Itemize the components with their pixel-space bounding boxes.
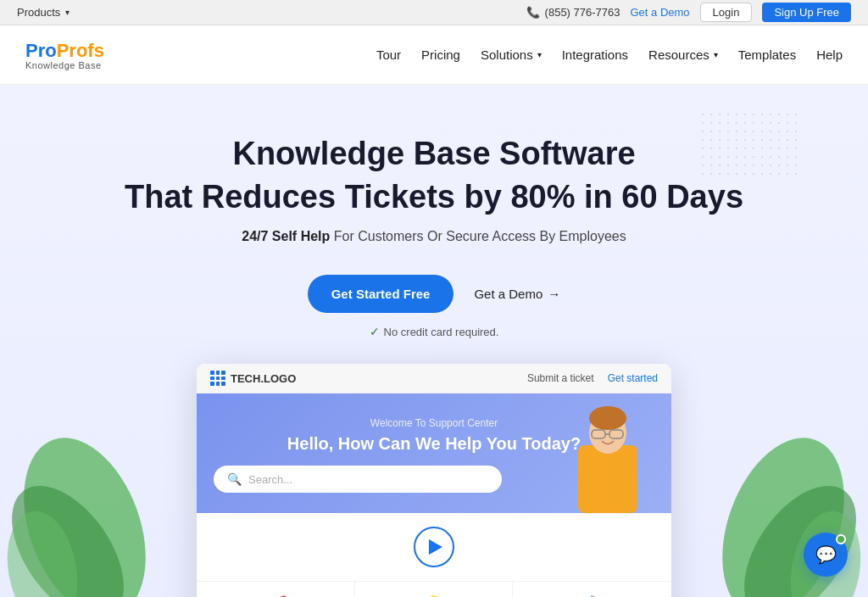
get-demo-label: Get a Demo <box>474 287 542 301</box>
top-bar-right: 📞 (855) 776-7763 Get a Demo Login Sign U… <box>526 3 851 22</box>
nav-templates[interactable]: Templates <box>738 44 796 65</box>
nav-integrations[interactable]: Integrations <box>562 44 628 65</box>
logo-sub: Knowledge Base <box>25 60 102 70</box>
products-label: Products <box>17 6 60 19</box>
nav-pricing[interactable]: Pricing <box>421 44 460 65</box>
login-button[interactable]: Login <box>700 3 753 22</box>
card-faq: 💡 FAQ Have any Questions? Find the answe… <box>355 582 514 597</box>
main-nav: ProProfs Knowledge Base Tour Pricing Sol… <box>0 25 868 85</box>
browser-topbar: TECH.LOGO Submit a ticket Get started <box>197 364 671 393</box>
arrow-icon: → <box>548 287 560 301</box>
hero-title-bottom: That Reduces Tickets by 80% in 60 Days <box>17 179 851 215</box>
browser-logo: TECH.LOGO <box>210 371 296 386</box>
dots-decoration <box>698 110 800 178</box>
play-icon <box>429 539 442 555</box>
person-illustration <box>561 394 654 513</box>
search-icon: 🔍 <box>227 472 242 486</box>
products-dropdown[interactable]: Products ▾ <box>17 6 70 19</box>
browser-logo-text: TECH.LOGO <box>231 372 296 385</box>
nav-solutions[interactable]: Solutions ▾ <box>481 44 542 65</box>
card-get-started: 🚀 Get Started Articles to get you up and… <box>197 582 355 597</box>
hero-subtitle-rest: For Customers Or Secure Access By Employ… <box>330 229 626 243</box>
hero-buttons: Get Started Free Get a Demo → <box>17 275 851 313</box>
nav-help[interactable]: Help <box>816 44 843 65</box>
logo-pro: Pro <box>25 40 57 61</box>
signup-button[interactable]: Sign Up Free <box>762 3 851 22</box>
logo[interactable]: ProProfs Knowledge Base <box>25 40 104 70</box>
card-settings: ⚙️ Settings Changing your email or passw… <box>513 582 671 597</box>
phone-icon: 📞 <box>526 6 540 19</box>
get-demo-button[interactable]: Get a Demo → <box>474 287 560 301</box>
top-bar: Products ▾ 📞 (855) 776-7763 Get a Demo L… <box>0 0 868 25</box>
logo-profs: Profs <box>57 40 104 61</box>
browser-mockup: TECH.LOGO Submit a ticket Get started We… <box>197 364 671 597</box>
get-started-button[interactable]: Get Started Free <box>308 275 454 313</box>
play-button-area <box>197 513 671 581</box>
no-cc-text: No credit card required. <box>384 326 499 338</box>
get-started-link[interactable]: Get started <box>608 372 658 384</box>
svg-rect-6 <box>578 445 637 513</box>
chat-icon: 💬 <box>815 544 837 565</box>
phone-number: (855) 776-7763 <box>545 6 620 19</box>
leaf-right-decoration <box>715 426 868 597</box>
browser-logo-grid <box>210 371 225 386</box>
support-hero: Welcome To Support Center Hello, How Can… <box>197 393 671 513</box>
chat-widget[interactable]: 💬 <box>804 533 848 577</box>
leaf-left-decoration <box>0 426 153 597</box>
nav-links: Tour Pricing Solutions ▾ Integrations Re… <box>376 44 843 65</box>
support-search-box[interactable]: 🔍 Search... <box>214 466 502 493</box>
check-icon: ✓ <box>370 325 380 338</box>
products-chevron-icon: ▾ <box>65 8 70 17</box>
solutions-chevron-icon: ▾ <box>537 50 542 59</box>
resources-chevron-icon: ▾ <box>714 50 718 59</box>
browser-actions: Submit a ticket Get started <box>527 372 658 384</box>
search-placeholder: Search... <box>248 473 292 486</box>
svg-point-8 <box>589 406 626 430</box>
hero-section: Knowledge Base Software That Reduces Tic… <box>0 85 868 597</box>
top-get-demo-link[interactable]: Get a Demo <box>631 6 690 19</box>
no-cc-notice: ✓ No credit card required. <box>17 325 851 338</box>
submit-ticket-link[interactable]: Submit a ticket <box>527 372 594 384</box>
hero-subtitle: 24/7 Self Help For Customers Or Secure A… <box>17 229 851 244</box>
chat-online-dot <box>836 534 846 544</box>
phone-area: 📞 (855) 776-7763 <box>526 6 620 19</box>
nav-resources[interactable]: Resources ▾ <box>648 44 718 65</box>
nav-tour[interactable]: Tour <box>376 44 401 65</box>
hero-subtitle-bold: 24/7 Self Help <box>242 229 330 243</box>
play-button[interactable] <box>414 527 454 567</box>
browser-cards: 🚀 Get Started Articles to get you up and… <box>197 581 671 597</box>
